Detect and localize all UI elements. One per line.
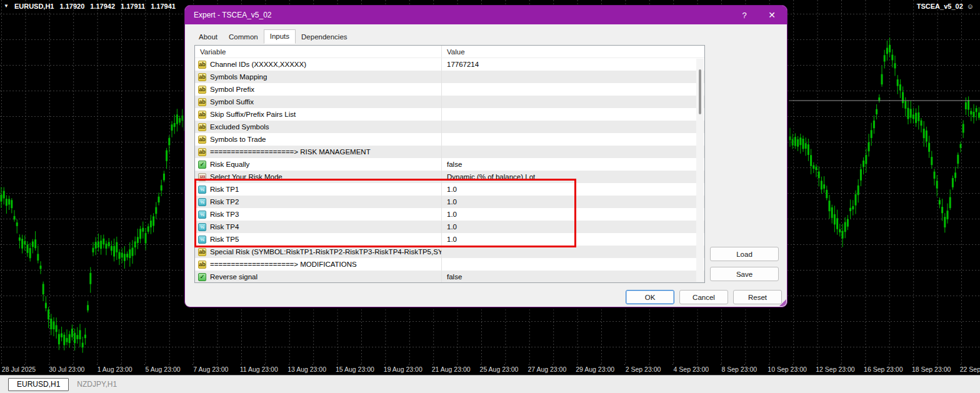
double-type-icon: ½ <box>198 186 206 194</box>
ab-type-icon: ab <box>198 98 206 106</box>
reset-button[interactable]: Reset <box>733 290 782 304</box>
variable-label: Skip Suffix/Prefix Pairs List <box>210 111 296 118</box>
value-cell[interactable] <box>442 246 704 258</box>
value-cell[interactable] <box>442 96 704 108</box>
variable-cell: ab ====================> MODIFICATIONS <box>195 258 442 271</box>
quote-low: 1.17911 <box>121 2 145 10</box>
time-axis-label: 5 Aug 23:00 <box>146 366 181 373</box>
time-axis-label: 19 Aug 23:00 <box>384 366 422 373</box>
time-axis-label: 18 Sep 23:00 <box>912 366 951 373</box>
value-cell[interactable]: Dynamic (% of balance) Lot <box>442 171 704 183</box>
load-button[interactable]: Load <box>710 247 779 261</box>
ab-type-icon: ab <box>198 123 206 131</box>
table-row[interactable]: ab Excluded Symbols <box>195 121 704 133</box>
expert-properties-dialog: Expert - TSCEA_v5_02 ? ✕ AboutCommonInpu… <box>184 5 788 307</box>
value-cell[interactable] <box>442 71 704 83</box>
table-row[interactable]: ab Symbols Mapping <box>195 71 704 83</box>
variable-cell: ½ Risk TP5 <box>195 233 442 246</box>
value-cell[interactable]: 1.0 <box>442 221 704 233</box>
table-row[interactable]: ab Skip Suffix/Prefix Pairs List <box>195 108 704 121</box>
ab-type-icon: ab <box>198 248 206 256</box>
ab-type-icon: ab <box>198 86 206 94</box>
table-row[interactable]: ½ Risk TP1 1.0 <box>195 183 704 196</box>
table-row[interactable]: 123 Select Your Risk Mode Dynamic (% of … <box>195 171 704 183</box>
resize-grip[interactable] <box>779 299 786 306</box>
time-axis-label: 10 Sep 23:00 <box>768 366 806 373</box>
column-header-value[interactable]: Value <box>442 48 704 56</box>
variable-label: Risk TP3 <box>210 211 239 218</box>
table-row[interactable]: ab Special Risk (SYMBOL:RiskTP1-RiskTP2-… <box>195 246 704 258</box>
ea-badge: TSCEA_v5_02 ☺ <box>917 2 974 10</box>
value-cell[interactable]: 1.0 <box>442 183 704 196</box>
variable-label: ====================> MODIFICATIONS <box>210 261 357 268</box>
table-row[interactable]: ab Symbols to Trade <box>195 133 704 146</box>
ab-type-icon: ab <box>198 136 206 144</box>
time-axis-label: 7 Aug 23:00 <box>193 366 228 373</box>
double-type-icon: ½ <box>198 198 206 206</box>
table-row[interactable]: ab Symbol Prefix <box>195 83 704 96</box>
table-row[interactable]: ab Symbol Suffix <box>195 96 704 108</box>
variable-label: Symbol Prefix <box>210 86 254 93</box>
table-row[interactable]: ½ Risk TP2 1.0 <box>195 196 704 208</box>
table-row[interactable]: ½ Risk TP3 1.0 <box>195 208 704 221</box>
variable-label: Risk Equally <box>210 161 249 168</box>
table-row[interactable]: ½ Risk TP4 1.0 <box>195 221 704 233</box>
ab-type-icon: ab <box>198 111 206 119</box>
ok-button[interactable]: OK <box>626 290 674 304</box>
tab-dependencies[interactable]: Dependencies <box>296 31 353 44</box>
double-type-icon: ½ <box>198 236 206 244</box>
cancel-button[interactable]: Cancel <box>679 290 728 304</box>
value-cell[interactable] <box>442 121 704 133</box>
value-cell[interactable] <box>442 258 704 271</box>
tab-about[interactable]: About <box>193 31 223 44</box>
variable-label: Risk TP5 <box>210 236 239 243</box>
tab-common[interactable]: Common <box>223 31 264 44</box>
close-icon[interactable]: ✕ <box>758 6 786 24</box>
ea-smiley-icon[interactable]: ☺ <box>967 2 974 10</box>
value-cell[interactable]: 1.0 <box>442 233 704 246</box>
time-axis-label: 28 Jul 2025 <box>2 366 36 373</box>
ab-type-icon: ab <box>198 148 206 156</box>
value-cell[interactable] <box>442 83 704 96</box>
table-row[interactable]: ab Channel IDs (XXXXX,XXXXX) 17767214 <box>195 58 704 71</box>
variable-label: Risk TP4 <box>210 223 239 231</box>
table-row[interactable]: ½ Risk TP5 1.0 <box>195 233 704 246</box>
chart-tab-eurusd-h1[interactable]: EURUSD,H1 <box>8 378 69 391</box>
variable-cell: ab Channel IDs (XXXXX,XXXXX) <box>195 58 442 71</box>
value-cell[interactable]: 1.0 <box>442 208 704 221</box>
dialog-title: Expert - TSCEA_v5_02 <box>194 11 272 19</box>
help-button[interactable]: ? <box>731 6 758 24</box>
variable-cell: ½ Risk TP3 <box>195 208 442 221</box>
column-header-variable[interactable]: Variable <box>195 46 442 57</box>
table-row[interactable]: ab ====================> RISK MANAGEMENT <box>195 146 704 158</box>
scrollbar-thumb[interactable] <box>699 69 701 114</box>
variable-label: Channel IDs (XXXXX,XXXXX) <box>210 61 306 68</box>
save-button[interactable]: Save <box>710 267 779 281</box>
value-cell[interactable]: false <box>442 158 704 171</box>
value-cell[interactable]: 17767214 <box>442 58 704 71</box>
variable-cell: ½ Risk TP4 <box>195 221 442 233</box>
table-row[interactable]: ✓ Reverse signal false <box>195 271 704 283</box>
value-cell[interactable] <box>442 133 704 146</box>
table-row[interactable]: ✓ Risk Equally false <box>195 158 704 171</box>
quote-open: 1.17920 <box>60 2 85 10</box>
time-axis-label: 25 Aug 23:00 <box>480 366 519 373</box>
enum-type-icon: 123 <box>198 173 206 181</box>
variable-label: Select Your Risk Mode <box>210 173 282 181</box>
time-axis-label: 2 Sep 23:00 <box>626 366 661 373</box>
value-cell[interactable] <box>442 108 704 121</box>
ab-type-icon: ab <box>198 61 206 69</box>
variable-cell: ab Symbol Suffix <box>195 96 442 108</box>
time-axis-label: 29 Aug 23:00 <box>576 366 614 373</box>
table-row[interactable]: ab ====================> MODIFICATIONS <box>195 258 704 271</box>
variable-cell: 123 Select Your Risk Mode <box>195 171 442 183</box>
chart-tab-nzdjpy-h1[interactable]: NZDJPY,H1 <box>69 378 125 391</box>
variable-cell: ab Symbols Mapping <box>195 71 442 83</box>
table-scrollbar[interactable] <box>696 59 704 282</box>
dialog-title-bar[interactable]: Expert - TSCEA_v5_02 ? ✕ <box>185 6 787 24</box>
value-cell[interactable] <box>442 146 704 158</box>
tab-inputs[interactable]: Inputs <box>264 29 296 44</box>
time-axis: 28 Jul 202530 Jul 23:001 Aug 23:005 Aug … <box>0 365 980 375</box>
value-cell[interactable]: 1.0 <box>442 196 704 208</box>
value-cell[interactable]: false <box>442 271 704 283</box>
